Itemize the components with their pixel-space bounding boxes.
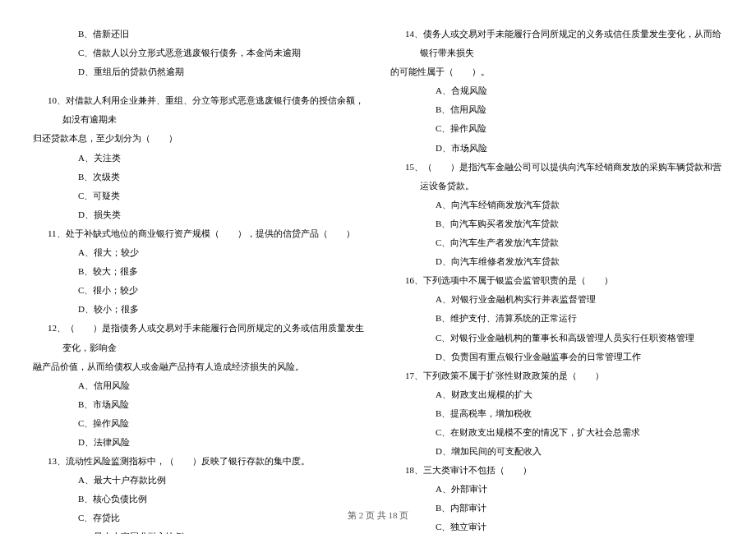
option: B、次级类 bbox=[33, 168, 366, 186]
option: D、损失类 bbox=[33, 205, 366, 224]
option: A、合规风险 bbox=[390, 81, 723, 100]
question-10-cont: 归还贷款本息，至少划分为（ ） bbox=[33, 129, 366, 148]
option: C、在财政支出规模不变的情况下，扩大社会总需求 bbox=[390, 423, 723, 442]
option: A、信用风险 bbox=[33, 376, 366, 395]
option: C、操作风险 bbox=[390, 119, 723, 138]
option: C、可疑类 bbox=[33, 186, 366, 205]
option: C、借款人以分立形式恶意逃废银行债务，本金尚未逾期 bbox=[33, 44, 366, 62]
question-14-cont: 的可能性属于（ ）。 bbox=[390, 62, 723, 81]
option: B、借新还旧 bbox=[33, 25, 366, 44]
option: B、市场风险 bbox=[33, 395, 366, 414]
right-column: 14、债务人或交易对手未能履行合同所规定的义务或信任质量发生变化，从而给银行带来… bbox=[390, 25, 723, 534]
question-12: 12、（ ）是指债务人或交易对手未能履行合同所规定的义务或信用质量发生变化，影响… bbox=[48, 319, 366, 357]
question-11: 11、处于补缺式地位的商业银行资产规模（ ），提供的信贷产品（ ） bbox=[48, 224, 366, 243]
option: C、对银行业金融机构的董事长和高级管理人员实行任职资格管理 bbox=[390, 329, 723, 348]
option: B、维护支付、清算系统的正常运行 bbox=[390, 309, 723, 328]
question-12-cont: 融产品价值，从而给债权人或金融产品持有人造成经济损失的风险。 bbox=[33, 357, 366, 376]
option: A、外部审计 bbox=[390, 480, 723, 499]
option: A、最大十户存款比例 bbox=[33, 471, 366, 490]
page-content: B、借新还旧 C、借款人以分立形式恶意逃废银行债务，本金尚未逾期 D、重组后的贷… bbox=[0, 0, 756, 534]
option: C、很小；较少 bbox=[33, 281, 366, 300]
question-16: 16、下列选项中不属于银监会监管职责的是（ ） bbox=[405, 271, 723, 290]
option: D、较小；很多 bbox=[33, 300, 366, 319]
option: D、重组后的贷款仍然逾期 bbox=[33, 62, 366, 81]
question-10: 10、对借款人利用企业兼并、重组、分立等形式恶意逃废银行债务的授信余额，如没有逾… bbox=[48, 91, 366, 129]
question-13: 13、流动性风险监测指标中，（ ）反映了银行存款的集中度。 bbox=[48, 452, 366, 471]
option: D、增加民间的可支配收入 bbox=[390, 442, 723, 461]
page-footer: 第 2 页 共 18 页 bbox=[0, 509, 756, 522]
question-18: 18、三大类审计不包括（ ） bbox=[405, 461, 723, 480]
option: C、向汽车生产者发放汽车贷款 bbox=[390, 233, 723, 252]
question-17: 17、下列政策不属于扩张性财政政策的是（ ） bbox=[405, 366, 723, 385]
option: D、市场风险 bbox=[390, 139, 723, 158]
option: A、财政支出规模的扩大 bbox=[390, 385, 723, 404]
question-14: 14、债务人或交易对手未能履行合同所规定的义务或信任质量发生变化，从而给银行带来… bbox=[405, 25, 723, 62]
left-column: B、借新还旧 C、借款人以分立形式恶意逃废银行债务，本金尚未逾期 D、重组后的贷… bbox=[33, 25, 366, 534]
option: D、法律风险 bbox=[33, 433, 366, 452]
option: A、很大；较少 bbox=[33, 243, 366, 262]
option: B、提高税率，增加税收 bbox=[390, 404, 723, 423]
option: A、对银行业金融机构实行并表监督管理 bbox=[390, 290, 723, 309]
option: D、向汽车维修者发放汽车贷款 bbox=[390, 252, 723, 271]
option: A、向汽车经销商发放汽车贷款 bbox=[390, 196, 723, 214]
option: D、负责国有重点银行业金融监事会的日常管理工作 bbox=[390, 348, 723, 366]
option: C、操作风险 bbox=[33, 414, 366, 433]
option: B、核心负债比例 bbox=[33, 490, 366, 509]
question-15: 15、（ ）是指汽车金融公司可以提供向汽车经销商发放的采购车辆贷款和营运设备贷款… bbox=[405, 158, 723, 196]
option: B、向汽车购买者发放汽车贷款 bbox=[390, 214, 723, 233]
option: B、信用风险 bbox=[390, 100, 723, 119]
option: D、最大十家同业融入比例 bbox=[33, 527, 366, 534]
option: B、较大；很多 bbox=[33, 262, 366, 281]
option: A、关注类 bbox=[33, 149, 366, 168]
